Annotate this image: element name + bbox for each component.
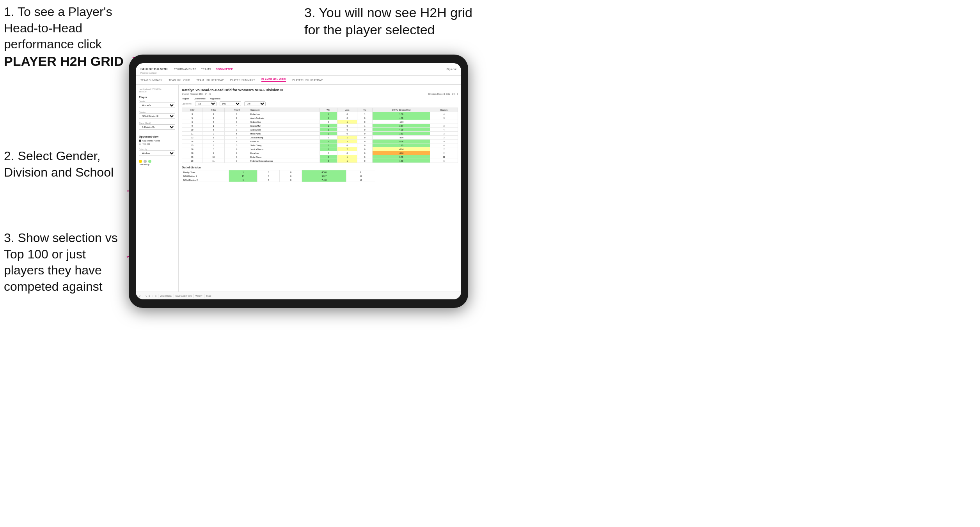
redo-btn[interactable]: ↻ [146,295,147,297]
h2h-table: # Div # Reg # Conf Opponent Win Loss Tie… [182,108,458,163]
list-item: NCAA Division 2 [182,178,229,182]
conference-label: Conference [194,97,206,100]
step1-bold: PLAYER H2H GRID [4,54,124,69]
radio-opponents-played[interactable]: Opponents Played [139,140,175,142]
table-row: 11 [182,132,202,136]
watch-btn[interactable]: Watch ▾ [195,295,202,297]
conference-filter: Conference [194,97,206,100]
colour-by-section: Colour by Win/loss Down Level Up [139,148,175,166]
overall-record: Overall Record: 353 - 34 - 6 [182,93,211,95]
colour-dot-level [144,160,147,163]
gender-select[interactable]: Women's Men's [139,103,175,108]
colour-dot-up [148,160,151,163]
back-btn[interactable]: ← [142,295,144,297]
subnav-team-summary[interactable]: TEAM SUMMARY [140,79,163,81]
subnav-team-h2h-grid[interactable]: TEAM H2H GRID [169,79,190,81]
sign-out-link[interactable]: Sign out [446,68,456,71]
nav-teams[interactable]: TEAMS [201,68,211,71]
list-item: NAIA Division 1 [182,174,229,178]
logo-area: SCOREBOARD Powered by clippd [140,65,168,74]
division-select[interactable]: NCAA Division III NCAA Division I NCAA D… [139,113,175,119]
logo-sub: Powered by clippd [140,72,168,74]
view-original-btn[interactable]: View: Original [160,295,172,297]
save-custom-btn[interactable]: Save Custom View [176,295,192,297]
timestamp: Last Updated: 27/03/2024 16:55:38 [139,88,175,93]
nav-committee[interactable]: COMMITTEE [216,68,233,71]
region-filter: Region [182,97,189,100]
col-loss: Loss [337,108,357,112]
step3-left-text: 3. Show selection vs Top 100 or just pla… [4,230,121,295]
region-label: Region [182,97,189,100]
record-row: Overall Record: 353 - 34 - 6 Division Re… [182,93,458,95]
conference-select[interactable]: (All) [220,101,241,106]
step3-left-instruction: 3. Show selection vs Top 100 or just pla… [4,230,121,295]
tablet-body: SCOREBOARD Powered by clippd TOURNAMENTS… [129,55,468,308]
tablet-device: SCOREBOARD Powered by clippd TOURNAMENTS… [129,55,468,308]
nav-bar: SCOREBOARD Powered by clippd TOURNAMENTS… [136,63,461,76]
toolbar-divider-2 [174,294,174,298]
table-row: 9 [182,124,202,128]
colour-by-select[interactable]: Win/loss [139,150,175,156]
nav-right: Sign out [446,68,456,71]
colour-legend-dots [139,160,175,163]
subnav-team-h2h-heatmap[interactable]: TEAM H2H HEATMAP [196,79,224,81]
col-tie: Tie [357,108,373,112]
subnav-player-h2h-heatmap[interactable]: PLAYER H2H HEATMAP [292,79,323,81]
table-row: 16 [182,147,202,151]
undo-btn[interactable]: ↺ [139,295,140,297]
col-conf: # Conf [225,108,249,112]
division-record: Division Record: 331 - 34 - 6 [428,93,458,95]
toolbar-divider-4 [204,294,204,298]
opponent-label: Opponent [210,97,220,100]
step1-text: 1. To see a Player's Head-to-Head perfor… [4,4,133,70]
table-row: 14 [182,140,202,143]
table-row: 5 [182,116,202,120]
step2-text: 2. Select Gender, Division and School [4,148,121,180]
subnav-player-summary[interactable]: PLAYER SUMMARY [230,79,255,81]
colour-label-up: Up [147,164,150,166]
colour-legend-labels: Down Level Up [139,164,175,166]
radio-top100[interactable]: Top 100 [139,143,175,145]
table-row: 15 [182,143,202,147]
bottom-toolbar: ↺ ← ↻ ⊞ ↩ ◎ View: Original Save Custom V… [136,292,461,299]
right-content: Katelyn Vo Head-to-Head Grid for Women's… [179,85,461,292]
toolbar-divider-1 [158,294,158,298]
table-row: 13 [182,136,202,140]
nav-tournaments[interactable]: TOURNAMENTS [174,68,196,71]
player-rank-select[interactable]: 8. Katelyn Vo [139,124,175,130]
col-reg: # Reg [202,108,225,112]
step2-instruction: 2. Select Gender, Division and School [4,148,121,180]
opponent-select[interactable]: (All) [244,101,266,106]
out-of-division-title: Out of division [182,166,458,169]
main-content: Last Updated: 27/03/2024 16:55:38 Player… [136,85,461,292]
table-row: 18 [182,151,202,155]
logo-text: SCOREBOARD [140,67,168,71]
player-section-title: Player [139,96,175,99]
col-rounds: Rounds [430,108,458,112]
left-panel: Last Updated: 27/03/2024 16:55:38 Player… [136,85,179,292]
col-opponent: Opponent [249,108,320,112]
table-row: 6 [182,120,202,124]
subnav-player-h2h-grid[interactable]: PLAYER H2H GRID [261,78,286,82]
table-row: 19 [182,155,202,159]
share-btn[interactable]: Share [206,295,211,297]
table-row: 3 [182,112,202,116]
table-row: 20 [182,159,202,163]
step3-right-instruction: 3. You will now see H2H grid for the pla… [304,4,492,38]
out-of-division: Out of division Foreign Team 1 0 0 4.500… [182,166,458,182]
tablet-screen: SCOREBOARD Powered by clippd TOURNAMENTS… [136,63,461,299]
colour-label-down: Down [139,164,142,166]
refresh-btn[interactable]: ↩ [152,295,153,297]
nav-links: TOURNAMENTS TEAMS COMMITTEE [174,68,233,71]
col-diff: Diff Av Strokes/Rnd [373,108,430,112]
info-btn[interactable]: ◎ [155,295,156,297]
grid-title: Katelyn Vo Head-to-Head Grid for Women's… [182,88,458,92]
sub-nav: TEAM SUMMARY TEAM H2H GRID TEAM H2H HEAT… [136,76,461,85]
grid-btn[interactable]: ⊞ [149,295,150,297]
colour-dot-down [139,160,142,163]
opponent-filter: Opponent [210,97,220,100]
col-win: Win [320,108,337,112]
region-select[interactable]: (All) [195,101,217,106]
step1-instruction: 1. To see a Player's Head-to-Head perfor… [4,4,133,70]
radio-group: Opponents Played Top 100 [139,140,175,145]
